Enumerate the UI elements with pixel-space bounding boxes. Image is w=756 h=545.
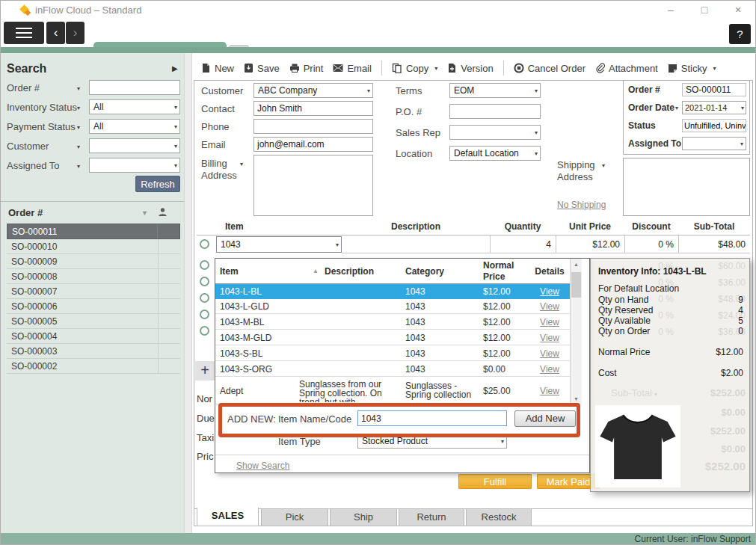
view-link[interactable]: View [532,330,567,345]
item-row-subtotal-cell[interactable]: $48.00 [678,235,750,253]
hamburger-menu-button[interactable] [4,22,44,44]
assignee-person-icon[interactable] [158,207,168,217]
picker-row[interactable]: 1043-M-GLD1043$12.00View [215,330,570,345]
filter-caret-icon[interactable]: ▾ [77,163,80,170]
email-button[interactable]: Email [333,63,372,74]
filter-assigned-to-select[interactable]: ▾ [89,158,180,173]
view-link[interactable]: View [532,299,567,314]
help-button[interactable]: ? [729,24,751,44]
filter-caret-icon[interactable]: ▾ [77,144,80,150]
filter-caret-icon[interactable]: ▾ [77,85,80,92]
order-list-item[interactable]: SO-000002 [7,359,180,374]
view-link[interactable]: View [532,284,567,299]
item-row-description-cell[interactable] [342,235,490,253]
item-row-discount-cell[interactable]: 0 % [624,235,678,253]
customer-select[interactable]: ABC Company▾ [253,83,373,98]
billing-address-textarea[interactable] [253,155,373,216]
order-list-item[interactable]: SO-000009 [7,254,180,269]
show-search-link[interactable]: Show Search [236,461,289,471]
picker-row[interactable]: 1043-S-BL1043$12.00View [215,346,570,361]
order-list-item[interactable]: SO-000006 [7,299,180,314]
order-no-input[interactable] [682,83,746,96]
item-row-combobox[interactable]: 1043▾ [216,236,342,253]
version-button[interactable]: Version [447,63,493,74]
no-shipping-link[interactable]: No Shipping [557,200,606,210]
add-row-button[interactable]: + [195,361,215,381]
order-list-item[interactable]: SO-000011 [7,224,180,239]
tab-return[interactable]: Return [399,508,464,526]
attachment-button[interactable]: Attachment [595,63,658,74]
sales-rep-select[interactable]: ▾ [449,125,541,140]
assigned-to-select[interactable]: ▾ [682,137,746,150]
contact-input[interactable] [253,101,373,116]
tab-sales[interactable]: SALES [197,508,259,526]
picker-row[interactable]: 1043-L-GLD1043$12.00View [215,299,570,314]
save-button[interactable]: Save [244,63,280,74]
scroll-up-icon[interactable]: ▲ [571,259,582,271]
phone-input[interactable] [253,119,373,134]
back-button[interactable]: ‹ [46,22,65,44]
row-selector-circle[interactable] [200,260,209,270]
terms-select[interactable]: EOM▾ [449,83,541,98]
collapse-sidebar-icon[interactable]: ▶ [172,64,178,73]
picker-row[interactable]: Adept Sunglasses from our Spring collect… [215,378,570,404]
shipping-address-textarea[interactable] [623,158,750,216]
view-link[interactable]: View [532,362,567,377]
po-number-input[interactable] [449,104,541,119]
tab-restock[interactable]: Restock [466,508,532,526]
item-row-unit-price-cell[interactable]: $12.00 [556,235,624,253]
picker-row[interactable]: 1043-L-BL1043$12.00View [215,284,570,299]
email-input[interactable] [253,137,373,152]
view-link[interactable]: View [532,346,567,361]
filter-caret-icon[interactable]: ▾ [77,124,80,131]
item-type-select[interactable]: Stocked Product▾ [357,434,507,449]
new-button[interactable]: New [201,63,234,74]
add-new-button[interactable]: Add New [514,410,576,427]
picker-row[interactable]: 1043-S-ORG1043$0.00View [215,362,570,377]
scroll-down-icon[interactable]: ▼ [571,393,582,405]
order-date-select[interactable]: 2021-01-14▾ [682,101,746,114]
picker-col-normal-price[interactable]: Normal Price [483,260,522,283]
copy-button[interactable]: Copy ▾ [392,63,437,74]
filter-order-no-input[interactable] [89,80,180,95]
picker-col-item[interactable]: Item [220,266,239,277]
fulfill-button[interactable]: Fulfill [458,474,532,489]
row-selector-circle[interactable] [200,326,209,336]
item-row-quantity-cell[interactable]: 4 [490,235,556,253]
maximize-button[interactable]: □ [693,2,716,18]
location-select[interactable]: Default Location▾ [449,146,541,161]
scrollbar-thumb[interactable] [571,272,581,298]
tab-ship[interactable]: Ship [330,508,397,526]
order-list-item[interactable]: SO-000005 [7,314,180,329]
row-selector-circle[interactable] [200,239,209,249]
order-list-item[interactable]: SO-000008 [7,269,180,284]
shipping-caret-icon[interactable]: ▾ [602,162,605,169]
order-list-item[interactable]: SO-000004 [7,329,180,344]
order-list-item[interactable]: SO-000003 [7,344,180,359]
minimize-button[interactable]: – [660,2,682,18]
filter-inventory-status-select[interactable]: All▾ [89,99,180,114]
order-list-item[interactable]: SO-000010 [7,239,180,254]
row-selector-circle[interactable] [200,293,209,303]
billing-caret-icon[interactable]: ▾ [240,161,243,167]
forward-button[interactable]: › [66,22,84,44]
refresh-button[interactable]: Refresh [135,176,180,192]
picker-col-category[interactable]: Category [405,266,444,277]
picker-row[interactable]: 1043-M-BL1043$12.00View [215,315,570,330]
sticky-button[interactable]: Sticky ▾ [668,63,716,74]
filter-payment-status-select[interactable]: All▾ [89,119,180,134]
cancel-order-button[interactable]: Cancel Order [514,63,586,74]
row-selector-circle[interactable] [200,310,209,319]
print-button[interactable]: Print [289,63,324,74]
sidebar-scrollbar[interactable] [184,53,192,533]
picker-col-details[interactable]: Details [532,266,567,277]
sort-caret-icon[interactable]: ▼ [141,209,148,217]
order-date-caret-icon[interactable]: ▾ [675,105,678,111]
filter-customer-select[interactable]: ▾ [89,138,180,153]
tab-pick[interactable]: Pick [261,508,328,526]
picker-col-description[interactable]: Description [299,266,374,277]
filter-caret-icon[interactable]: ▾ [77,105,80,111]
order-list-item[interactable]: SO-000007 [7,284,180,299]
item-name-code-input[interactable] [357,410,507,426]
view-link[interactable]: View [532,315,567,330]
